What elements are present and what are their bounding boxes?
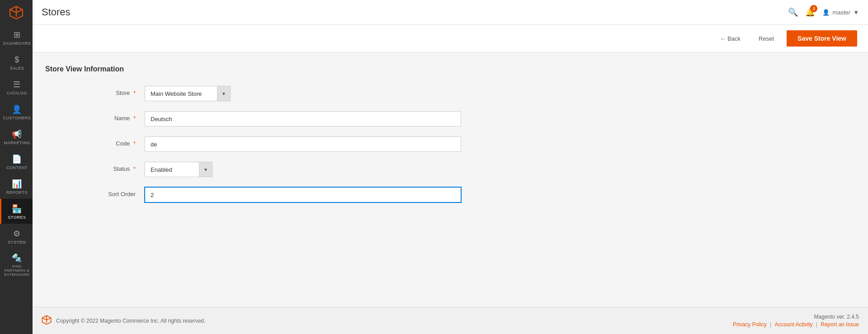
back-button[interactable]: ← Back <box>714 32 746 46</box>
store-view-form: Store * Main Website Store ▼ Name * <box>45 86 855 202</box>
back-arrow-icon: ← <box>720 35 726 42</box>
reports-icon: 📊 <box>12 179 22 189</box>
user-name: master <box>832 9 850 16</box>
status-field: Enabled Disabled ▼ <box>145 162 470 177</box>
page-title: Stores <box>42 6 71 18</box>
marketing-icon: 📢 <box>12 129 22 139</box>
dashboard-icon: ⊞ <box>14 30 21 40</box>
sidebar-item-reports[interactable]: 📊 REPORTS <box>0 174 33 199</box>
notification-badge: 2 <box>810 5 817 12</box>
sidebar-item-label: CUSTOMERS <box>3 116 31 120</box>
save-store-view-button[interactable]: Save Store View <box>787 30 857 47</box>
code-label: Code * <box>45 136 145 147</box>
customers-icon: 👤 <box>12 104 22 114</box>
sidebar-item-label: CONTENT <box>6 165 28 170</box>
sidebar: ⊞ DASHBOARD $ SALES ☰ CATALOG 👤 CUSTOMER… <box>0 0 33 334</box>
footer-copyright: Copyright © 2022 Magento Commerce Inc. A… <box>56 318 205 324</box>
content-icon: 📄 <box>12 154 22 164</box>
name-label: Name * <box>45 111 145 122</box>
sidebar-item-stores[interactable]: 🏪 STORES <box>0 199 33 224</box>
search-icon[interactable]: 🔍 <box>788 7 798 17</box>
sidebar-item-extensions[interactable]: 🔩 FIND PARTNERS & EXTENSIONS <box>0 249 33 280</box>
required-indicator: * <box>133 165 136 172</box>
sort-order-input[interactable] <box>145 187 461 202</box>
store-select-arrow[interactable]: ▼ <box>217 86 231 101</box>
sidebar-item-label: CATALOG <box>7 91 27 95</box>
required-indicator: * <box>133 89 136 96</box>
status-select-wrapper: Enabled Disabled ▼ <box>145 162 470 177</box>
footer-left: Copyright © 2022 Magento Commerce Inc. A… <box>42 315 205 326</box>
footer-version: Magento ver. 2.4.5 <box>733 314 859 320</box>
store-select[interactable]: Main Website Store <box>145 86 217 101</box>
sidebar-item-label: DASHBOARD <box>3 41 31 46</box>
section-title: Store View Information <box>45 65 855 73</box>
stores-icon: 🏪 <box>12 204 22 214</box>
sidebar-item-marketing[interactable]: 📢 MARKETING <box>0 124 33 149</box>
code-field <box>145 136 470 152</box>
user-menu[interactable]: 👤 master ▼ <box>822 9 859 16</box>
sidebar-item-system[interactable]: ⚙ SYSTEM <box>0 224 33 249</box>
store-select-wrapper: Main Website Store ▼ <box>145 86 470 101</box>
sidebar-item-content[interactable]: 📄 CONTENT <box>0 149 33 174</box>
sidebar-item-label: SALES <box>10 66 24 71</box>
sort-order-field-row: Sort Order <box>45 187 855 202</box>
user-dropdown-icon: ▼ <box>853 9 859 16</box>
sidebar-item-sales[interactable]: $ SALES <box>0 50 33 75</box>
notifications-bell[interactable]: 🔔 2 <box>805 7 815 17</box>
report-issue-link[interactable]: Report an Issue <box>821 321 859 328</box>
reset-button[interactable]: Reset <box>751 32 781 46</box>
status-select-arrow[interactable]: ▼ <box>199 162 212 177</box>
sidebar-item-dashboard[interactable]: ⊞ DASHBOARD <box>0 25 33 50</box>
sidebar-item-label: FIND PARTNERS & EXTENSIONS <box>3 264 31 277</box>
name-field-row: Name * <box>45 111 855 127</box>
sidebar-item-label: REPORTS <box>6 190 28 195</box>
sidebar-item-customers[interactable]: 👤 CUSTOMERS <box>0 99 33 124</box>
sidebar-item-catalog[interactable]: ☰ CATALOG <box>0 75 33 99</box>
page-content: Store View Information Store * Main Webs… <box>33 52 868 307</box>
status-field-row: Status * Enabled Disabled ▼ <box>45 162 855 177</box>
status-select[interactable]: Enabled Disabled <box>145 162 199 177</box>
name-field <box>145 111 470 127</box>
footer-logo <box>42 315 52 326</box>
status-label: Status * <box>45 162 145 172</box>
code-input[interactable] <box>145 136 461 152</box>
required-indicator: * <box>133 115 136 122</box>
system-icon: ⚙ <box>13 229 21 239</box>
sort-order-field <box>145 187 470 202</box>
catalog-icon: ☰ <box>13 80 21 89</box>
sort-order-label: Sort Order <box>45 187 145 198</box>
footer-separator-1: | <box>770 321 773 328</box>
main-content: Stores 🔍 🔔 2 👤 master ▼ ← Back Reset Sav… <box>33 0 868 334</box>
required-indicator: * <box>133 140 136 147</box>
extensions-icon: 🔩 <box>12 253 22 263</box>
store-field-row: Store * Main Website Store ▼ <box>45 86 855 101</box>
sidebar-item-label: STORES <box>8 215 26 220</box>
privacy-policy-link[interactable]: Privacy Policy <box>733 321 767 328</box>
account-activity-link[interactable]: Account Activity <box>774 321 812 328</box>
sales-icon: $ <box>14 55 19 65</box>
name-input[interactable] <box>145 111 461 127</box>
page-header: Stores 🔍 🔔 2 👤 master ▼ <box>33 0 868 25</box>
code-field-row: Code * <box>45 136 855 152</box>
sidebar-logo <box>0 0 33 25</box>
page-footer: Copyright © 2022 Magento Commerce Inc. A… <box>33 307 868 334</box>
sidebar-item-label: MARKETING <box>4 141 30 145</box>
footer-separator-2: | <box>816 321 819 328</box>
footer-right: Magento ver. 2.4.5 Privacy Policy | Acco… <box>733 314 859 328</box>
footer-links: Privacy Policy | Account Activity | Repo… <box>733 321 859 328</box>
store-label: Store * <box>45 86 145 96</box>
action-bar: ← Back Reset Save Store View <box>33 25 868 52</box>
header-actions: 🔍 🔔 2 👤 master ▼ <box>788 7 859 17</box>
store-field: Main Website Store ▼ <box>145 86 470 101</box>
user-avatar-icon: 👤 <box>822 9 830 16</box>
sidebar-item-label: SYSTEM <box>8 240 26 245</box>
